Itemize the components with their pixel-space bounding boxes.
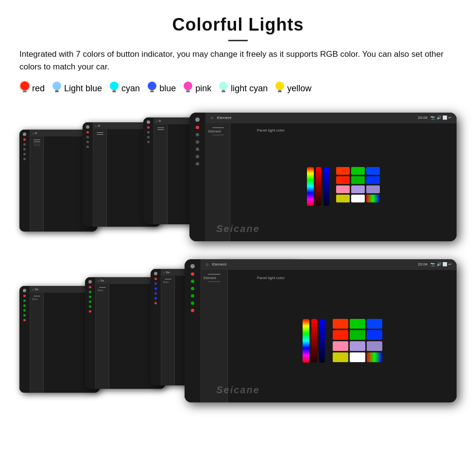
- color-item-blue: blue: [147, 81, 176, 97]
- red-slider-top: [316, 167, 322, 206]
- svg-rect-5: [55, 91, 59, 92]
- b3-i1: [154, 283, 157, 285]
- icons-top: 📷 🔊 ⬜ ↩: [430, 116, 452, 120]
- icon-2c: [86, 146, 89, 148]
- svg-point-0: [20, 82, 29, 90]
- big-icon-t5: [196, 162, 199, 166]
- cell-12: [366, 195, 380, 202]
- big-icon-b1: [191, 280, 194, 283]
- cell-3: [366, 167, 380, 175]
- description-text: Integrated with 7 colors of button indic…: [19, 48, 457, 74]
- b1-ml1: [34, 296, 40, 297]
- big-main-top: Panel light color: [230, 123, 457, 241]
- menu-line-3b: [157, 129, 164, 130]
- red-bulb-icon: [19, 81, 30, 97]
- big-topbar-bottom: ⌂ Element 20:04 📷 🔊 ⬜ ↩: [201, 259, 457, 270]
- big-icon-t1: [196, 133, 199, 136]
- topbar-right: 20:04 📷 🔊 ⬜ ↩: [418, 116, 452, 120]
- icon-1a: [23, 143, 26, 146]
- bcell-10: [333, 352, 348, 362]
- menu-line-1a: [34, 139, 40, 140]
- app-name-big-bottom: Element: [212, 262, 226, 267]
- menu-line-3a: [157, 127, 164, 128]
- blmb-line-2: [208, 281, 221, 282]
- color-label-yellow: yellow: [287, 83, 311, 94]
- panel-content-top: [307, 167, 380, 206]
- big-icon-b5: [191, 309, 194, 312]
- power-icon-2: [86, 131, 89, 133]
- b3-i4: [154, 297, 157, 300]
- time-big-top: 20:04: [418, 116, 427, 120]
- big-device-left-bottom: [185, 259, 201, 402]
- bcell-6: [367, 330, 382, 340]
- color-sliders-top: [307, 167, 329, 206]
- app-name-2: El: [98, 124, 100, 127]
- cell-1: [336, 167, 350, 175]
- blue-bulb-icon: [147, 81, 157, 97]
- top-device-row: ⌂ El: [19, 105, 457, 241]
- time-big-bottom: 20:04: [418, 262, 427, 267]
- bcell-3: [367, 319, 382, 329]
- b1-left: [19, 286, 30, 393]
- b2-home: [88, 280, 92, 283]
- b3-menu: Elem: [161, 276, 175, 385]
- b1-i3: [23, 309, 26, 312]
- blm-line-2: [212, 134, 224, 135]
- b3-left: [151, 269, 161, 385]
- app-name-big-top: Element: [217, 116, 231, 120]
- color-item-lightblue: Light blue: [51, 81, 102, 97]
- icon-1b: [23, 148, 26, 150]
- b3-i5: [154, 302, 157, 304]
- big-topbar-top: ⌂ Element 20:04 📷 🔊 ⬜ ↩: [206, 113, 457, 123]
- topbar-left: ⌂ Element: [211, 116, 231, 120]
- home-sym-big-bottom: ⌂: [206, 262, 208, 267]
- color-item-pink: pink: [183, 81, 211, 97]
- svg-rect-14: [186, 91, 190, 92]
- b2-app: Ele: [101, 279, 104, 282]
- bottom-device-row: ⌂Ele Elem: [19, 252, 457, 402]
- home-sym-2: ⌂: [95, 124, 97, 127]
- cell-7: [336, 185, 350, 193]
- pink-bulb-icon: [183, 81, 193, 97]
- bcell-8: [350, 341, 365, 351]
- b2-i2: [89, 296, 91, 298]
- b3-i3: [154, 292, 157, 295]
- svg-rect-20: [278, 91, 282, 92]
- svg-rect-17: [221, 91, 225, 92]
- bcell-4: [333, 330, 348, 340]
- title-divider: [228, 40, 248, 41]
- menu-line-2a: [97, 132, 103, 133]
- menu-line-1b: [34, 141, 40, 142]
- b2-i4: [89, 305, 91, 308]
- menu-line-2b: [97, 134, 103, 135]
- icons-bottom: 📷 🔊 ⬜ ↩: [430, 262, 452, 267]
- power-icon-1: [23, 138, 26, 141]
- yellow-bulb-icon: [274, 81, 285, 97]
- left-menu-2: [93, 129, 107, 227]
- big-power-bottom: [191, 272, 194, 276]
- color-label-cyan: cyan: [121, 83, 140, 94]
- icon-1c: [23, 153, 26, 155]
- svg-point-9: [148, 82, 156, 90]
- b2-power: [89, 286, 91, 288]
- b1-element-txt: Elem: [32, 298, 41, 300]
- color-item-lightcyan: light cyan: [218, 81, 268, 97]
- icon-3a: [147, 131, 150, 133]
- color-label-pink: pink: [195, 83, 211, 94]
- b3-home-sym: ⌂: [163, 271, 165, 274]
- page-title: Colorful Lights: [19, 15, 457, 35]
- svg-point-3: [52, 82, 61, 90]
- icon-2a: [86, 136, 89, 138]
- big-main-bottom: Panel light color: [228, 270, 457, 402]
- home-sym-3: ⌂: [156, 119, 157, 122]
- bcell-9: [367, 341, 382, 351]
- big-icon-t4: [196, 155, 199, 158]
- color-row: red Light blue cyan: [19, 81, 457, 97]
- cell-9: [366, 185, 380, 193]
- b3-element-txt: Elem: [163, 281, 172, 283]
- b2-menu: Elem: [96, 284, 109, 389]
- svg-rect-2: [23, 91, 27, 92]
- svg-rect-8: [112, 91, 116, 92]
- color-label-red: red: [32, 83, 45, 94]
- big-left-menu-bottom: Element: [201, 270, 228, 402]
